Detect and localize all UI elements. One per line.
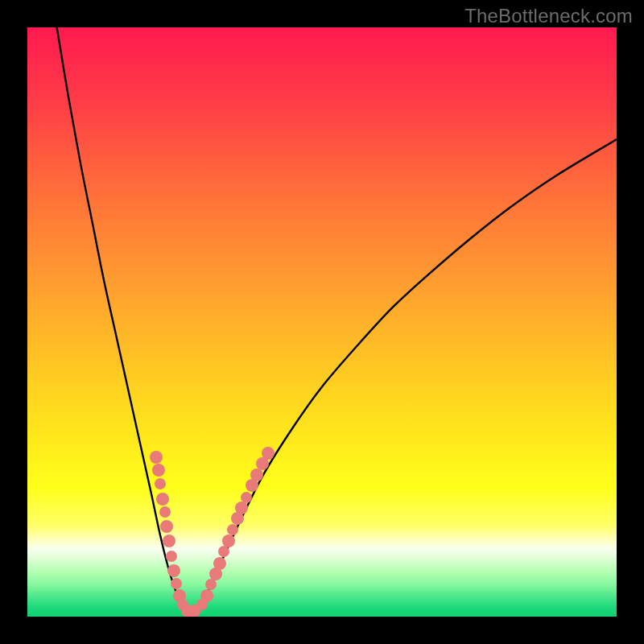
highlight-dot: [222, 535, 235, 547]
plot-area: [27, 27, 617, 617]
bottleneck-curve: [27, 27, 617, 617]
highlight-dot: [200, 589, 213, 602]
highlight-dot: [256, 457, 269, 470]
highlight-dot: [241, 492, 252, 503]
highlight-dot: [167, 564, 180, 577]
highlight-dot: [159, 506, 171, 518]
highlight-dot: [250, 469, 263, 481]
highlight-dot: [155, 478, 166, 489]
chart-frame: TheBottleneck.com: [0, 0, 644, 644]
highlight-dot: [150, 451, 163, 464]
highlight-dot: [171, 578, 182, 589]
highlight-dot: [152, 464, 165, 477]
highlight-dot: [235, 502, 248, 514]
highlight-dot: [218, 546, 229, 557]
highlight-dot: [156, 493, 169, 506]
highlight-dot: [227, 524, 238, 535]
highlight-dot: [163, 535, 175, 547]
watermark-label: TheBottleneck.com: [464, 5, 633, 27]
highlight-dot: [262, 447, 275, 460]
highlight-dot: [205, 579, 217, 590]
highlight-dot: [213, 557, 226, 570]
highlight-dot: [160, 520, 173, 533]
highlight-dot: [166, 551, 177, 562]
